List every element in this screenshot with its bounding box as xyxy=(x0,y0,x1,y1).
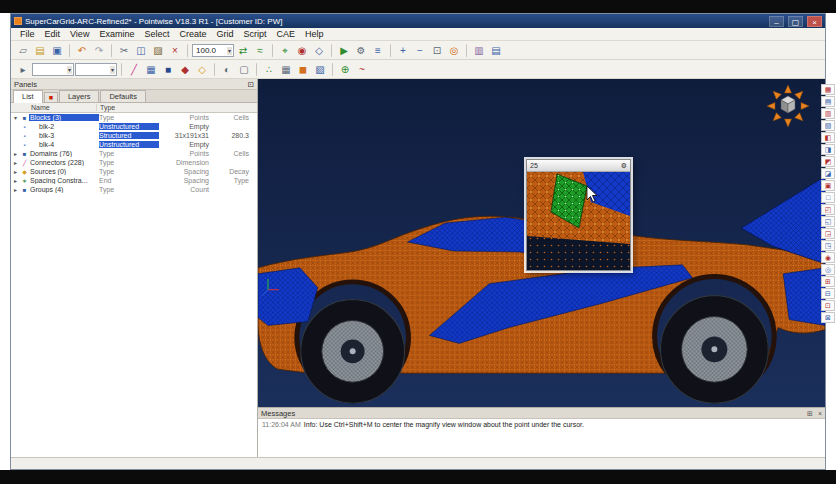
panel-tab[interactable]: Layers xyxy=(59,90,100,102)
menu-item[interactable]: View xyxy=(65,29,94,39)
magnify-window[interactable]: 25 ⚙ xyxy=(526,159,631,271)
zoom-in-button[interactable]: + xyxy=(395,43,411,58)
save-view-button[interactable]: ⊞ xyxy=(821,276,835,287)
menu-item[interactable]: Create xyxy=(174,29,211,39)
show-points-button[interactable]: ∴ xyxy=(261,62,277,77)
pan-view-button[interactable]: □ xyxy=(821,192,835,203)
toggle-xyz-button[interactable]: ⊕ xyxy=(337,62,353,77)
magnify-header[interactable]: 25 ⚙ xyxy=(527,160,630,172)
view-minus-z-button[interactable]: ◨ xyxy=(821,144,835,155)
view-plus-x-button[interactable]: ▦ xyxy=(821,84,835,95)
show-wireframe-button[interactable]: ▦ xyxy=(278,62,294,77)
select-mode-button[interactable]: ▸ xyxy=(15,62,31,77)
tree-row[interactable]: ▸ ■ Domains (76) Type Points Cells xyxy=(11,149,257,158)
entity-name[interactable]: Spacing Constra... xyxy=(29,177,99,184)
magnify-button[interactable]: ◎ xyxy=(446,43,462,58)
tree-row[interactable]: ▸ ◆ Sources (0) Type Spacing Decay xyxy=(11,167,257,176)
tree-row[interactable]: ▸ ■ Groups (4) Type Count xyxy=(11,185,257,194)
mask-blocks-button[interactable]: ■ xyxy=(160,62,176,77)
grid-dimension-button[interactable]: ⇄ xyxy=(235,43,251,58)
minimize-button[interactable]: – xyxy=(769,16,784,27)
detach-panel-icon[interactable]: ⊞ xyxy=(807,410,813,417)
magnify-settings-icon[interactable]: ⚙ xyxy=(621,162,627,170)
select-visible-button[interactable]: ◐ xyxy=(219,62,235,77)
select-enclosed-button[interactable]: ▢ xyxy=(236,62,252,77)
menu-item[interactable]: Examine xyxy=(94,29,139,39)
rotate-ccw-button[interactable]: ▣ xyxy=(821,180,835,191)
redo-button[interactable]: ↷ xyxy=(91,43,107,58)
zoom-out-button[interactable]: − xyxy=(412,43,428,58)
tree-row[interactable]: ▸ ∗ Spacing Constra... End Spacing Type xyxy=(11,176,257,185)
recall-view-button[interactable]: ⊟ xyxy=(821,288,835,299)
orient-axes-button[interactable]: ⌖ xyxy=(277,43,293,58)
column-name[interactable]: Name xyxy=(31,104,97,111)
database-button[interactable]: ▤ xyxy=(488,43,504,58)
entity-filter-combo[interactable] xyxy=(32,63,74,76)
entity-name[interactable]: Sources (0) xyxy=(29,168,99,175)
fit-view-button[interactable]: ⊡ xyxy=(429,43,445,58)
panel-tab[interactable]: Defaults xyxy=(100,90,146,102)
tree-row[interactable]: ▾ ■ Blocks (3) Type Points Cells xyxy=(11,113,257,122)
entity-name[interactable]: Domains (76) xyxy=(29,150,99,157)
show-ruler-button[interactable]: ◳ xyxy=(821,240,835,251)
view-minus-x-button[interactable]: ▤ xyxy=(821,96,835,107)
expander-icon[interactable]: ▾ xyxy=(11,114,20,121)
entity-name[interactable]: Blocks (3) xyxy=(29,114,99,121)
view-plus-y-button[interactable]: ▥ xyxy=(821,108,835,119)
probe-button[interactable]: ◉ xyxy=(294,43,310,58)
reset-view-button[interactable]: ⊠ xyxy=(821,312,835,323)
tree-row[interactable]: ▪ blk-3 Structured 31x191x31 280.3 xyxy=(11,131,257,140)
title-bar[interactable]: SuperCarGrid-ARC-Refined2* - Pointwise V… xyxy=(11,14,825,28)
save-file-button[interactable]: ▣ xyxy=(49,43,65,58)
open-file-button[interactable]: ▤ xyxy=(32,43,48,58)
zoom-view-button[interactable]: ◰ xyxy=(821,204,835,215)
copy-button[interactable]: ◫ xyxy=(133,43,149,58)
expander-icon[interactable]: ▸ xyxy=(11,177,20,184)
tree-row[interactable]: ▸ ╱ Connectors (228) Type Dimension xyxy=(11,158,257,167)
delete-button[interactable]: × xyxy=(167,43,183,58)
messages-header[interactable]: Messages ⊞ × xyxy=(258,408,825,419)
menu-item[interactable]: Select xyxy=(139,29,174,39)
view-isometric-button[interactable]: ◩ xyxy=(821,156,835,167)
expander-icon[interactable]: ▸ xyxy=(11,159,20,166)
menu-item[interactable]: Grid xyxy=(211,29,238,39)
cae-setup-button[interactable]: ⚙ xyxy=(353,43,369,58)
previous-view-button[interactable]: ⊡ xyxy=(821,300,835,311)
entity-name[interactable]: blk-4 xyxy=(29,141,99,148)
expander-icon[interactable]: ▸ xyxy=(11,150,20,157)
cut-button[interactable]: ✂ xyxy=(116,43,132,58)
spacing-button[interactable]: ≈ xyxy=(252,43,268,58)
mask-connectors-button[interactable]: ╱ xyxy=(126,62,142,77)
panel-tab[interactable]: ■ xyxy=(44,92,58,102)
show-shaded-button[interactable]: ◼ xyxy=(295,62,311,77)
show-axes-button[interactable]: ◲ xyxy=(821,228,835,239)
tree-row[interactable]: ▪ blk-4 Unstructured Empty xyxy=(11,140,257,149)
mask-domains-button[interactable]: ▦ xyxy=(143,62,159,77)
center-rotation-button[interactable]: ◱ xyxy=(821,216,835,227)
panel-pin-icon[interactable]: ⊡ xyxy=(248,80,254,89)
dimension-input[interactable]: 100.0 xyxy=(192,44,234,57)
view-minus-y-button[interactable]: ▧ xyxy=(821,120,835,131)
close-button[interactable]: × xyxy=(807,16,822,27)
menu-item[interactable]: Edit xyxy=(40,29,66,39)
group-filter-combo[interactable] xyxy=(75,63,117,76)
column-type[interactable]: Type xyxy=(97,104,115,111)
entity-name[interactable]: blk-3 xyxy=(29,132,99,139)
background-toggle-button[interactable]: ◎ xyxy=(821,264,835,275)
menu-item[interactable]: CAE xyxy=(271,29,300,39)
measure-button[interactable]: ◇ xyxy=(311,43,327,58)
new-file-button[interactable]: ▱ xyxy=(15,43,31,58)
expander-icon[interactable]: ▸ xyxy=(11,186,20,193)
projection-toggle-button[interactable]: ◉ xyxy=(821,252,835,263)
mask-sources-button[interactable]: ◇ xyxy=(194,62,210,77)
expander-icon[interactable]: ▸ xyxy=(11,168,20,175)
menu-item[interactable]: Help xyxy=(300,29,329,39)
mask-database-button[interactable]: ◆ xyxy=(177,62,193,77)
close-panel-icon[interactable]: × xyxy=(818,410,822,417)
entity-name[interactable]: blk-2 xyxy=(29,123,99,130)
maximize-button[interactable]: ▢ xyxy=(788,16,803,27)
menu-item[interactable]: File xyxy=(15,29,40,39)
run-solver-button[interactable]: ▶ xyxy=(336,43,352,58)
panel-tab[interactable]: List xyxy=(13,90,43,103)
front-wheel[interactable] xyxy=(301,300,405,403)
